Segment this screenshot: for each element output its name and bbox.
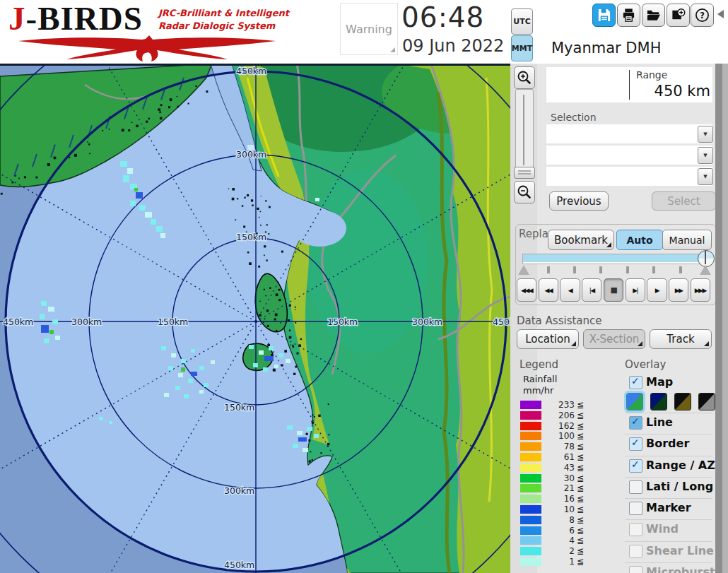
- legend-value: 6: [543, 526, 575, 536]
- option-dropdown[interactable]: ▼: [546, 167, 712, 186]
- print-icon: [621, 8, 636, 23]
- zoom-in-button[interactable]: [514, 66, 535, 89]
- playback-button[interactable]: |◀: [582, 278, 601, 302]
- warning-button[interactable]: Warning: [340, 3, 398, 55]
- legend-color-swatch: [520, 422, 541, 430]
- export-button[interactable]: [667, 4, 690, 27]
- playback-button[interactable]: ◀◀◀: [517, 278, 536, 302]
- map-style-swatch[interactable]: [674, 393, 691, 410]
- overlay-item-label: Map: [646, 375, 673, 389]
- radar-map[interactable]: 450km 300km 150km 150km 300km 450km 450k…: [0, 64, 510, 573]
- timeline-tick: [547, 266, 550, 273]
- playback-button[interactable]: ◀: [560, 278, 580, 302]
- overlay-checkbox[interactable]: [629, 459, 642, 473]
- legend-value: 100: [543, 431, 575, 441]
- overlay-item-label: Microburst: [646, 565, 715, 573]
- playback-glyph-icon: |◀: [589, 287, 594, 294]
- playback-button[interactable]: ▶|: [626, 278, 645, 302]
- map-style-swatch[interactable]: [698, 393, 715, 410]
- playback-button[interactable]: ▶: [647, 278, 667, 302]
- warning-label: Warning: [346, 23, 392, 36]
- save-button[interactable]: [592, 4, 616, 27]
- help-button[interactable]: ?: [691, 4, 714, 27]
- overlay-label: Overlay: [625, 358, 666, 371]
- playback-button[interactable]: ◀◀: [539, 278, 558, 302]
- zoom-slider-thumb[interactable]: [514, 167, 535, 179]
- logo-subtitle-2: Radar Dialogic System: [158, 20, 275, 31]
- legend-leq-symbol: ≦: [577, 463, 584, 473]
- mmt-button[interactable]: MMT: [511, 35, 533, 61]
- legend-color-swatch: [520, 432, 541, 440]
- svg-text:150km: 150km: [327, 317, 358, 327]
- legend-value: 78: [543, 442, 575, 451]
- data-assistance-button[interactable]: X-Section: [583, 329, 645, 349]
- legend-color-swatch: [520, 453, 541, 461]
- svg-text:150km: 150km: [224, 402, 254, 413]
- overlay-checkbox[interactable]: [629, 545, 642, 558]
- overlay-checkbox[interactable]: [629, 416, 642, 430]
- previous-button[interactable]: Previous: [549, 191, 609, 211]
- replay-auto-button[interactable]: Auto: [616, 230, 663, 250]
- legend-leq-symbol: ≦: [577, 515, 584, 525]
- legend-color-swatch: [520, 463, 541, 472]
- data-assistance-button[interactable]: Location: [517, 329, 579, 349]
- overlay-item-label: Range / AZ: [646, 459, 715, 472]
- map-style-swatch[interactable]: [626, 393, 643, 410]
- overlay-item-map[interactable]: Map: [625, 373, 712, 392]
- product-dropdown[interactable]: Surface R ▼: [546, 146, 712, 165]
- replay-timeline-fill: [523, 254, 700, 262]
- select-label: Select: [667, 195, 700, 208]
- overlay-item[interactable]: Range / AZ: [625, 456, 712, 478]
- overlay-item[interactable]: Line: [625, 413, 712, 435]
- option-dropdown-arrow[interactable]: ▼: [698, 168, 713, 185]
- panel-collapse-arrow-icon[interactable]: [717, 10, 724, 18]
- playback-button[interactable]: ■: [604, 278, 623, 302]
- open-folder-button[interactable]: [642, 4, 665, 27]
- overlay-item[interactable]: Marker: [625, 499, 712, 520]
- map-zoom-slider[interactable]: [515, 89, 534, 172]
- map-style-swatches: [626, 393, 715, 413]
- overlay-checkbox[interactable]: [629, 523, 642, 536]
- site-dropdown[interactable]: Kyauk Phyu ▼: [546, 124, 712, 143]
- select-button[interactable]: Select: [652, 191, 716, 211]
- replay-manual-button[interactable]: Manual: [662, 230, 712, 250]
- overlay-item[interactable]: Microburst: [625, 563, 712, 573]
- legend-color-swatch: [520, 516, 541, 524]
- map-style-swatch[interactable]: [650, 393, 667, 410]
- playback-button[interactable]: ▶▶▶: [691, 278, 710, 302]
- legend-row: 100 ≦: [519, 431, 589, 442]
- timeline-tick: [652, 266, 655, 273]
- svg-text:?: ?: [700, 11, 705, 20]
- window-scrollbar[interactable]: [722, 64, 728, 573]
- utc-button[interactable]: UTC: [511, 8, 533, 35]
- svg-text:450km: 450km: [236, 66, 266, 76]
- legend-leq-symbol: ≦: [577, 494, 584, 504]
- overlay-item[interactable]: Wind: [625, 520, 712, 541]
- legend-value: 16: [543, 494, 575, 504]
- zoom-out-button[interactable]: [514, 181, 535, 203]
- data-assistance-button-label: Track: [667, 333, 694, 345]
- overlay-checkbox[interactable]: [629, 502, 642, 515]
- legend-color-swatch: [520, 442, 541, 451]
- overlay-checkbox[interactable]: [629, 480, 642, 494]
- timeline-tick: [573, 266, 576, 273]
- playback-controls: ◀◀◀ ◀◀ ◀ |◀ ■ ▶| ▶: [517, 278, 710, 302]
- radar-map-canvas: 450km 300km 150km 150km 300km 450km 450k…: [0, 64, 510, 573]
- overlay-checkbox[interactable]: [629, 566, 642, 573]
- playback-button[interactable]: ▶▶: [669, 278, 688, 302]
- menu-corner-icon: [606, 242, 611, 247]
- overlay-checkbox[interactable]: [629, 437, 642, 451]
- overlay-item[interactable]: Shear Line: [625, 542, 712, 563]
- save-icon: [597, 8, 611, 23]
- legend-color-swatch: [520, 547, 541, 555]
- product-dropdown-arrow[interactable]: ▼: [698, 147, 713, 164]
- overlay-item[interactable]: Lati / Long: [625, 478, 712, 499]
- print-button[interactable]: [617, 4, 640, 27]
- map-checkbox[interactable]: [629, 376, 642, 389]
- data-assistance-button[interactable]: Track: [650, 329, 712, 349]
- bookmark-button[interactable]: Bookmark: [548, 230, 614, 250]
- legend-value: 61: [543, 452, 575, 462]
- site-dropdown-arrow[interactable]: ▼: [698, 126, 713, 143]
- overlay-item[interactable]: Border: [625, 435, 712, 456]
- logo-title-j: J: [8, 0, 26, 37]
